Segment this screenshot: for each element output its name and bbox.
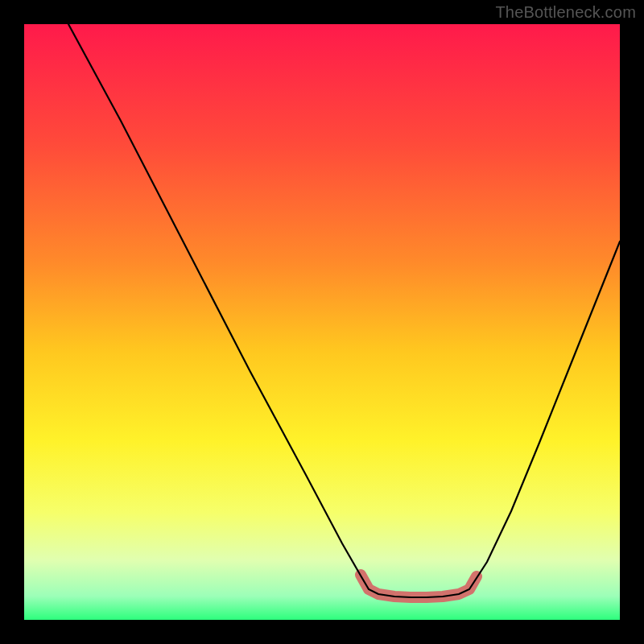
plot-area: [24, 24, 620, 620]
curve-layer: [24, 24, 620, 620]
chart-frame: TheBottleneck.com: [0, 0, 644, 644]
watermark-text: TheBottleneck.com: [495, 3, 636, 22]
bottleneck-curve: [68, 24, 620, 597]
